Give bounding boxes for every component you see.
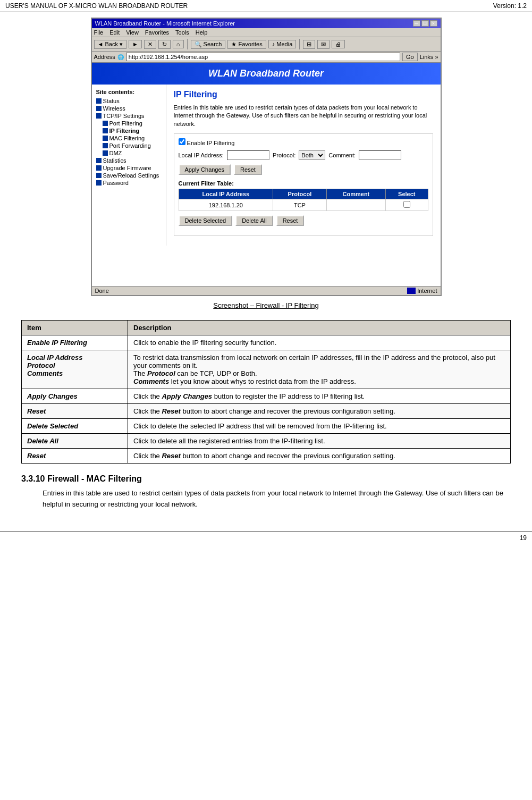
col-comment: Comment — [326, 189, 385, 199]
refresh-button[interactable]: ↻ — [158, 40, 171, 49]
search-button[interactable]: 🔍 Search — [191, 40, 226, 49]
desc-desc-delete-selected: Click to delete the selected IP address … — [128, 419, 511, 434]
print-button[interactable]: 🖨 — [332, 40, 345, 48]
col-local-ip: Local IP Address — [179, 189, 273, 199]
titlebar-buttons: ─ □ × — [413, 20, 437, 27]
router-page-title: IP Filtering — [174, 90, 433, 99]
desc-row-delete-all: Delete All Click to delete all the regis… — [22, 434, 511, 449]
cell-comment — [326, 199, 385, 211]
table-row: 192.168.1.20 TCP — [179, 199, 428, 211]
sidebar-item-mac-filtering[interactable]: MAC Filtering — [96, 134, 162, 142]
local-ip-input[interactable] — [227, 150, 269, 160]
browser-toolbar: ◄ Back ▾ ► ✕ ↻ ⌂ 🔍 Search ★ Favorites ♪ … — [92, 37, 441, 52]
page-content: WLAN Broadband Router - Microsoft Intern… — [0, 12, 532, 521]
mail-button[interactable]: ✉ — [317, 40, 330, 49]
sidebar-item-save-reload[interactable]: Save/Reload Settings — [96, 172, 162, 179]
protocol-select[interactable]: Both TCP UDP — [299, 150, 325, 160]
cell-select[interactable] — [386, 199, 428, 211]
wireless-icon — [96, 106, 102, 111]
reset2-button[interactable]: Reset — [276, 215, 305, 226]
status-right: Internet — [417, 288, 437, 294]
minimize-button[interactable]: ─ — [413, 20, 420, 27]
go-button[interactable]: Go — [402, 53, 418, 61]
upgrade-icon — [96, 165, 102, 171]
toolbar-separator — [187, 39, 188, 49]
sidebar-label-port-forwarding: Port Forwarding — [109, 142, 151, 149]
address-input[interactable] — [126, 53, 400, 61]
filter-table: Local IP Address Protocol Comment Select… — [179, 189, 428, 211]
sidebar-item-port-filtering[interactable]: Port Filtering — [96, 120, 162, 127]
sidebar-item-dmz[interactable]: DMZ — [96, 149, 162, 157]
maximize-button[interactable]: □ — [421, 20, 429, 27]
router-description: Entries in this table are used to restri… — [174, 104, 433, 128]
desc-row-delete-selected: Delete Selected Click to delete the sele… — [22, 419, 511, 434]
col-protocol: Protocol — [273, 189, 327, 199]
sidebar-heading: Site contents: — [96, 89, 162, 95]
doc-title: USER'S MANUAL OF X-MICRO WLAN BROADBAND … — [5, 2, 188, 10]
local-ip-label: Local IP Address: — [179, 152, 224, 158]
forward-button[interactable]: ► — [129, 40, 142, 48]
sidebar-item-status[interactable]: Status — [96, 97, 162, 105]
history-button[interactable]: ⊞ — [303, 40, 315, 49]
status-left: Done — [95, 288, 109, 294]
col-select: Select — [386, 189, 428, 199]
desc-row-local-ip: Local IP AddressProtocolComments To rest… — [22, 350, 511, 389]
sidebar-item-ip-filtering[interactable]: IP Filtering — [96, 127, 162, 134]
statistics-icon — [96, 158, 102, 163]
media-button[interactable]: ♪ Media — [268, 40, 297, 48]
section-330-heading: 3.3.10 Firewall - MAC Filtering — [21, 474, 511, 484]
desc-item-delete-all: Delete All — [22, 434, 128, 449]
home-button[interactable]: ⌂ — [173, 40, 184, 48]
sidebar-item-statistics[interactable]: Statistics — [96, 157, 162, 164]
desc-desc-apply: Click the Apply Changes button to regist… — [128, 389, 511, 404]
desc-desc-reset: Click the Reset button to abort change a… — [128, 404, 511, 419]
sidebar-label-tcpip: TCP/IP Settings — [103, 113, 145, 119]
sidebar-label-upgrade: Upgrade Firmware — [103, 165, 151, 171]
row-select-checkbox[interactable] — [403, 201, 410, 208]
apply-reset-row: Apply Changes Reset — [179, 164, 428, 175]
favorites-button[interactable]: ★ Favorites — [227, 40, 266, 49]
port-filtering-icon — [103, 121, 108, 126]
sidebar-item-password[interactable]: Password — [96, 179, 162, 187]
router-ui: WLAN Broadband Router Site contents: Sta… — [92, 63, 441, 286]
sidebar-label-ip-filtering: IP Filtering — [109, 128, 140, 134]
back-button[interactable]: ◄ Back ▾ — [94, 40, 126, 49]
port-forwarding-icon — [103, 143, 108, 148]
sidebar-item-upgrade-firmware[interactable]: Upgrade Firmware — [96, 164, 162, 172]
menu-tools[interactable]: Tools — [175, 29, 189, 36]
internet-icon — [407, 288, 416, 294]
comment-input[interactable] — [359, 150, 401, 160]
menu-file[interactable]: File — [94, 29, 104, 36]
enable-ip-filtering-label: Enable IP Filtering — [187, 140, 235, 146]
sidebar-label-status: Status — [103, 98, 120, 104]
close-button[interactable]: × — [430, 20, 437, 27]
browser-menubar: File Edit View Favorites Tools Help — [92, 28, 441, 37]
cell-protocol: TCP — [273, 199, 327, 211]
reset-button[interactable]: Reset — [234, 164, 262, 175]
cell-ip: 192.168.1.20 — [179, 199, 273, 211]
stop-button[interactable]: ✕ — [144, 40, 156, 49]
sidebar-item-wireless[interactable]: Wireless — [96, 105, 162, 112]
desc-item-reset2: Reset — [22, 449, 128, 464]
delete-all-button[interactable]: Delete All — [235, 215, 273, 226]
delete-selected-button[interactable]: Delete Selected — [179, 215, 233, 226]
sidebar-item-tcpip[interactable]: TCP/IP Settings — [96, 112, 162, 120]
sidebar-label-save: Save/Reload Settings — [103, 172, 159, 179]
comment-label: Comment: — [328, 152, 356, 158]
menu-view[interactable]: View — [126, 29, 139, 36]
links-label[interactable]: Links » — [420, 54, 438, 60]
menu-help[interactable]: Help — [196, 29, 208, 36]
enable-ip-filtering-checkbox[interactable] — [179, 138, 185, 145]
router-header: WLAN Broadband Router — [92, 63, 441, 85]
page-header: USER'S MANUAL OF X-MICRO WLAN BROADBAND … — [0, 0, 532, 12]
menu-favorites[interactable]: Favorites — [145, 29, 169, 36]
menu-edit[interactable]: Edit — [109, 29, 120, 36]
browser-titlebar: WLAN Broadband Router - Microsoft Intern… — [92, 19, 441, 28]
desc-item-apply: Apply Changes — [22, 389, 128, 404]
apply-changes-button[interactable]: Apply Changes — [179, 164, 231, 175]
router-sidebar: Site contents: Status Wireless TCP/IP Se… — [92, 85, 166, 246]
desc-desc-delete-all: Click to delete all the registered entri… — [128, 434, 511, 449]
sidebar-item-port-forwarding[interactable]: Port Forwarding — [96, 142, 162, 149]
desc-row-reset2: Reset Click the Reset button to abort ch… — [22, 449, 511, 464]
desc-item-delete-selected: Delete Selected — [22, 419, 128, 434]
